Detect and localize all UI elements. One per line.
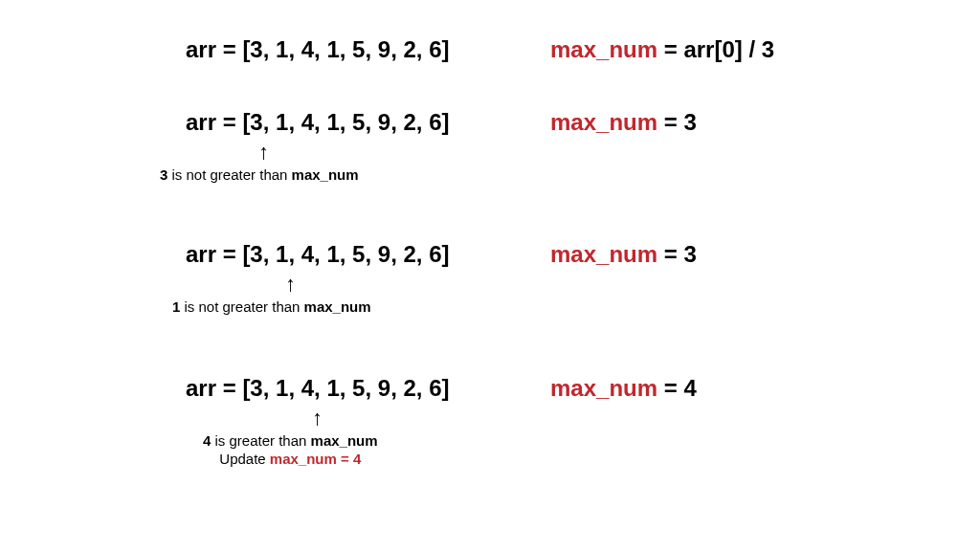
up-arrow-icon: ↑: [285, 274, 296, 295]
max-rhs: = 4: [657, 375, 697, 401]
note-line2: Update max_num = 4: [203, 451, 378, 467]
max-text: max_num = 3: [550, 241, 697, 268]
max-text: max_num = 3: [550, 109, 697, 136]
step-note: 4 is greater than max_num Update max_num…: [203, 432, 378, 467]
note-tail: max_num: [292, 166, 359, 183]
max-var: max_num: [550, 36, 657, 62]
step-note: 3 is not greater than max_num: [160, 166, 359, 183]
up-arrow-icon: ↑: [258, 142, 269, 163]
note-mid: is not greater than: [167, 166, 291, 183]
step-note: 1 is not greater than max_num: [172, 298, 371, 315]
max-rhs: = arr[0] / 3: [657, 36, 774, 62]
max-var: max_num: [550, 109, 657, 135]
note-mid: is not greater than: [180, 298, 303, 315]
note-line2a: Update: [219, 451, 270, 467]
max-var: max_num: [550, 375, 657, 401]
note-line2b: max_num = 4: [270, 451, 361, 467]
array-text: arr = [3, 1, 4, 1, 5, 9, 2, 6]: [186, 36, 450, 63]
up-arrow-icon: ↑: [312, 408, 323, 429]
max-var: max_num: [550, 241, 657, 267]
array-text: arr = [3, 1, 4, 1, 5, 9, 2, 6]: [186, 375, 450, 402]
note-tail: max_num: [311, 432, 378, 449]
array-text: arr = [3, 1, 4, 1, 5, 9, 2, 6]: [186, 109, 450, 136]
max-text: max_num = 4: [550, 375, 697, 402]
note-mid: is greater than: [211, 432, 310, 449]
max-rhs: = 3: [657, 241, 697, 267]
max-text: max_num = arr[0] / 3: [550, 36, 774, 63]
array-text: arr = [3, 1, 4, 1, 5, 9, 2, 6]: [186, 241, 450, 268]
max-rhs: = 3: [657, 109, 697, 135]
note-tail: max_num: [304, 298, 371, 315]
